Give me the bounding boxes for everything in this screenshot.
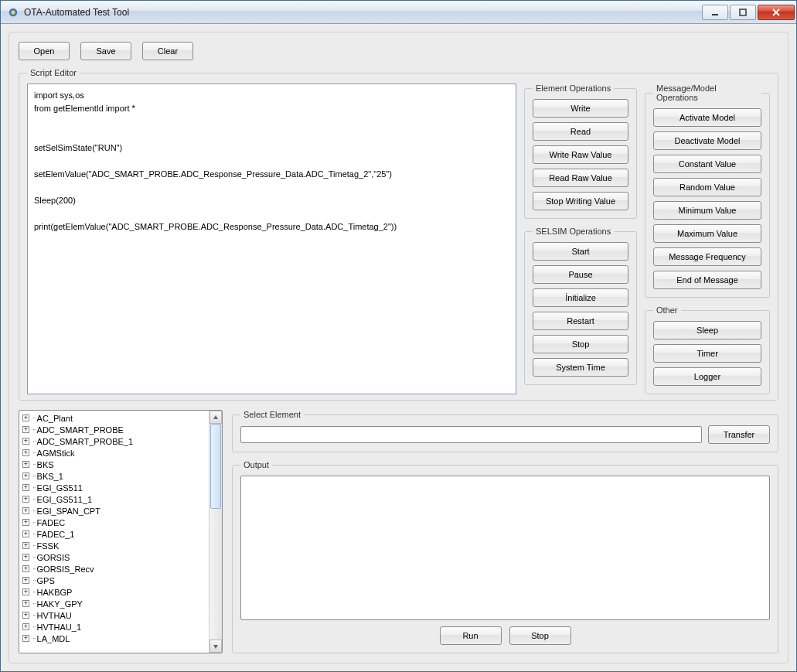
tree-expand-icon[interactable]: + [22, 612, 29, 619]
other-legend: Other [653, 305, 681, 315]
tree-item-label: HVTHAU_1 [37, 623, 81, 632]
message-frequency-button[interactable]: Message Frequency [653, 247, 761, 266]
tree-connector: ·· [32, 553, 36, 561]
tree-item[interactable]: +··EGI_SPAN_CPT [19, 505, 209, 517]
constant-value-button[interactable]: Constant Value [653, 155, 761, 173]
pause-button[interactable]: Pause [533, 265, 628, 284]
tree-expand-icon[interactable]: + [22, 519, 29, 526]
open-button[interactable]: Open [19, 42, 70, 60]
output-textarea[interactable] [240, 476, 770, 620]
tree-expand-icon[interactable]: + [22, 635, 29, 642]
tree-connector: ·· [32, 541, 36, 550]
tree-connector: ·· [32, 611, 36, 619]
app-window: OTA-Automated Test Tool Open Save Clear … [0, 0, 797, 672]
tree-expand-icon[interactable]: + [22, 588, 29, 595]
titlebar[interactable]: OTA-Automated Test Tool [1, 1, 796, 24]
tree-item[interactable]: +··FADEC [19, 517, 209, 528]
tree-item[interactable]: +··FSSK [19, 540, 209, 551]
svg-rect-3 [740, 9, 746, 15]
tree-expand-icon[interactable]: + [22, 414, 29, 421]
stop-button[interactable]: Stop [533, 335, 628, 353]
scroll-thumb[interactable] [210, 424, 221, 509]
window-controls [702, 5, 795, 20]
tree-expand-icon[interactable]: + [22, 530, 29, 537]
script-editor-textarea[interactable]: import sys,os from getElementId import *… [27, 84, 516, 394]
tree-connector: ·· [32, 425, 36, 434]
svg-marker-7 [213, 645, 218, 649]
output-stop-button[interactable]: Stop [509, 626, 571, 645]
select-element-input[interactable] [240, 426, 702, 443]
tree-item-label: EGI_SPAN_CPT [37, 507, 100, 516]
tree-item[interactable]: +··EGI_GS511_1 [19, 493, 209, 505]
clear-button[interactable]: Clear [142, 42, 193, 60]
initialize-button[interactable]: İnitialize [533, 288, 628, 307]
restart-button[interactable]: Restart [533, 312, 628, 330]
write-button[interactable]: Write [533, 99, 628, 118]
save-button[interactable]: Save [80, 42, 131, 60]
tree-item[interactable]: +··AGMStick [19, 447, 209, 459]
tree-expand-icon[interactable]: + [22, 449, 29, 456]
tree-connector: ·· [32, 588, 36, 596]
logger-button[interactable]: Logger [653, 367, 761, 386]
tree-item[interactable]: +··HAKBGP [19, 586, 209, 598]
write-raw-value-button[interactable]: Write Raw Value [533, 145, 628, 164]
tree-expand-icon[interactable]: + [22, 472, 29, 479]
tree-expand-icon[interactable]: + [22, 565, 29, 572]
close-button[interactable] [758, 5, 795, 20]
tree-item[interactable]: +··GORSIS_Recv [19, 563, 209, 575]
tree-item[interactable]: +··ADC_SMART_PROBE_1 [19, 435, 209, 447]
tree-item[interactable]: +··BKS_1 [19, 470, 209, 482]
tree-item-label: HAKBGP [37, 588, 73, 597]
sleep-button[interactable]: Sleep [653, 321, 761, 339]
tree-expand-icon[interactable]: + [22, 461, 29, 468]
tree-item[interactable]: +··GPS [19, 575, 209, 586]
tree-connector: ·· [32, 576, 36, 585]
tree-expand-icon[interactable]: + [22, 438, 29, 445]
tree-expand-icon[interactable]: + [22, 577, 29, 584]
tree-item[interactable]: +··HAKY_GPY [19, 598, 209, 609]
start-button[interactable]: Start [533, 242, 628, 261]
timer-button[interactable]: Timer [653, 344, 761, 363]
stop-writing-value-button[interactable]: Stop Writing Value [533, 192, 628, 210]
system-time-button[interactable]: System Time [533, 358, 628, 377]
transfer-button[interactable]: Transfer [708, 425, 770, 444]
tree-list[interactable]: +··AC_Plant+··ADC_SMART_PROBE+··ADC_SMAR… [19, 411, 209, 653]
tree-expand-icon[interactable]: + [22, 600, 29, 607]
maximum-value-button[interactable]: Maximum Value [653, 224, 761, 243]
tree-connector: ·· [32, 599, 36, 608]
activate-model-button[interactable]: Activate Model [653, 108, 761, 127]
deactivate-model-button[interactable]: Deactivate Model [653, 131, 761, 150]
tree-item[interactable]: +··HVTHAU_1 [19, 621, 209, 633]
tree-item-label: FADEC_1 [37, 530, 75, 539]
tree-expand-icon[interactable]: + [22, 426, 29, 433]
tree-connector: ·· [32, 507, 36, 515]
tree-item[interactable]: +··AC_Plant [19, 412, 209, 424]
tree-expand-icon[interactable]: + [22, 554, 29, 561]
tree-item[interactable]: +··EGI_GS511 [19, 482, 209, 493]
tree-item[interactable]: +··GORSIS [19, 551, 209, 563]
maximize-button[interactable] [730, 5, 756, 20]
scroll-up-button[interactable] [209, 411, 222, 424]
read-raw-value-button[interactable]: Read Raw Value [533, 169, 628, 187]
tree-expand-icon[interactable]: + [22, 484, 29, 491]
tree-expand-icon[interactable]: + [22, 496, 29, 503]
scroll-down-button[interactable] [209, 640, 222, 653]
tree-scrollbar[interactable] [209, 411, 222, 653]
random-value-button[interactable]: Random Value [653, 178, 761, 196]
scroll-track[interactable] [209, 424, 222, 640]
run-button[interactable]: Run [440, 626, 502, 645]
tree-item[interactable]: +··LA_MDL [19, 633, 209, 644]
end-of-message-button[interactable]: End of Message [653, 271, 761, 289]
main-panel: Open Save Clear Script Editor import sys… [9, 32, 788, 663]
tree-item[interactable]: +··FADEC_1 [19, 528, 209, 540]
minimum-value-button[interactable]: Minimum Value [653, 201, 761, 220]
tree-item[interactable]: +··HVTHAU [19, 609, 209, 621]
tree-item[interactable]: +··BKS [19, 459, 209, 470]
tree-item[interactable]: +··ADC_SMART_PROBE [19, 424, 209, 435]
tree-expand-icon[interactable]: + [22, 623, 29, 630]
tree-connector: ·· [32, 495, 36, 503]
minimize-button[interactable] [702, 5, 728, 20]
read-button[interactable]: Read [533, 122, 628, 141]
tree-expand-icon[interactable]: + [22, 507, 29, 514]
tree-expand-icon[interactable]: + [22, 542, 29, 549]
